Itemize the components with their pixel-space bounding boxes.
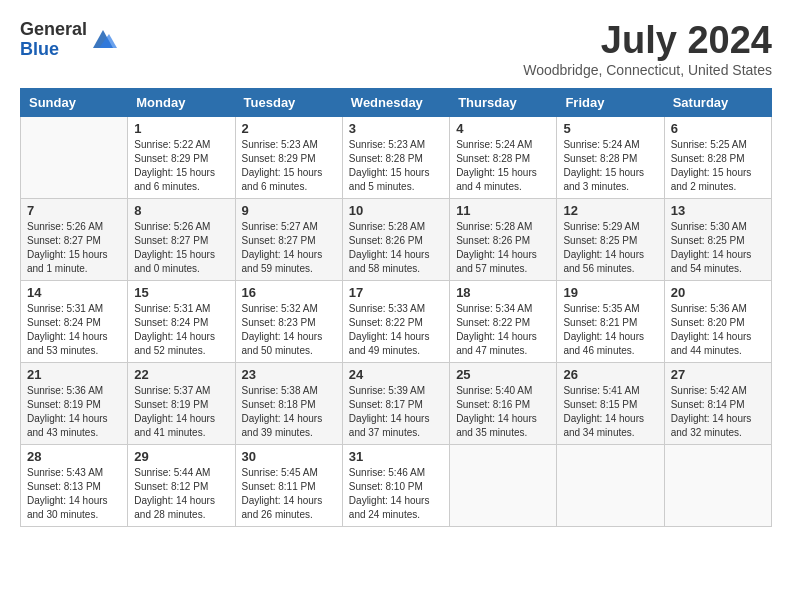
calendar-cell: 11Sunrise: 5:28 AM Sunset: 8:26 PM Dayli… (450, 198, 557, 280)
day-number: 12 (563, 203, 657, 218)
day-info: Sunrise: 5:23 AM Sunset: 8:28 PM Dayligh… (349, 138, 443, 194)
day-info: Sunrise: 5:27 AM Sunset: 8:27 PM Dayligh… (242, 220, 336, 276)
calendar-cell: 24Sunrise: 5:39 AM Sunset: 8:17 PM Dayli… (342, 362, 449, 444)
calendar-cell: 25Sunrise: 5:40 AM Sunset: 8:16 PM Dayli… (450, 362, 557, 444)
day-number: 5 (563, 121, 657, 136)
calendar-cell: 13Sunrise: 5:30 AM Sunset: 8:25 PM Dayli… (664, 198, 771, 280)
day-number: 2 (242, 121, 336, 136)
title-block: July 2024 Woodbridge, Connecticut, Unite… (523, 20, 772, 78)
day-info: Sunrise: 5:43 AM Sunset: 8:13 PM Dayligh… (27, 466, 121, 522)
week-row: 1Sunrise: 5:22 AM Sunset: 8:29 PM Daylig… (21, 116, 772, 198)
logo-blue-text: Blue (20, 40, 87, 60)
calendar-cell: 14Sunrise: 5:31 AM Sunset: 8:24 PM Dayli… (21, 280, 128, 362)
day-number: 31 (349, 449, 443, 464)
day-number: 14 (27, 285, 121, 300)
day-number: 6 (671, 121, 765, 136)
day-number: 9 (242, 203, 336, 218)
day-info: Sunrise: 5:31 AM Sunset: 8:24 PM Dayligh… (134, 302, 228, 358)
day-info: Sunrise: 5:36 AM Sunset: 8:20 PM Dayligh… (671, 302, 765, 358)
day-info: Sunrise: 5:25 AM Sunset: 8:28 PM Dayligh… (671, 138, 765, 194)
day-number: 7 (27, 203, 121, 218)
day-number: 26 (563, 367, 657, 382)
calendar-cell: 9Sunrise: 5:27 AM Sunset: 8:27 PM Daylig… (235, 198, 342, 280)
day-info: Sunrise: 5:24 AM Sunset: 8:28 PM Dayligh… (563, 138, 657, 194)
header-day-thursday: Thursday (450, 88, 557, 116)
week-row: 7Sunrise: 5:26 AM Sunset: 8:27 PM Daylig… (21, 198, 772, 280)
day-number: 1 (134, 121, 228, 136)
calendar-cell: 12Sunrise: 5:29 AM Sunset: 8:25 PM Dayli… (557, 198, 664, 280)
day-info: Sunrise: 5:22 AM Sunset: 8:29 PM Dayligh… (134, 138, 228, 194)
day-info: Sunrise: 5:28 AM Sunset: 8:26 PM Dayligh… (349, 220, 443, 276)
calendar-body: 1Sunrise: 5:22 AM Sunset: 8:29 PM Daylig… (21, 116, 772, 526)
day-number: 16 (242, 285, 336, 300)
logo-icon (89, 26, 117, 54)
page-header: General Blue July 2024 Woodbridge, Conne… (20, 20, 772, 78)
day-number: 3 (349, 121, 443, 136)
week-row: 14Sunrise: 5:31 AM Sunset: 8:24 PM Dayli… (21, 280, 772, 362)
day-info: Sunrise: 5:26 AM Sunset: 8:27 PM Dayligh… (134, 220, 228, 276)
calendar-cell: 29Sunrise: 5:44 AM Sunset: 8:12 PM Dayli… (128, 444, 235, 526)
calendar-cell: 31Sunrise: 5:46 AM Sunset: 8:10 PM Dayli… (342, 444, 449, 526)
day-number: 10 (349, 203, 443, 218)
calendar-cell: 5Sunrise: 5:24 AM Sunset: 8:28 PM Daylig… (557, 116, 664, 198)
location: Woodbridge, Connecticut, United States (523, 62, 772, 78)
calendar-cell: 23Sunrise: 5:38 AM Sunset: 8:18 PM Dayli… (235, 362, 342, 444)
header-day-monday: Monday (128, 88, 235, 116)
week-row: 21Sunrise: 5:36 AM Sunset: 8:19 PM Dayli… (21, 362, 772, 444)
calendar-cell: 20Sunrise: 5:36 AM Sunset: 8:20 PM Dayli… (664, 280, 771, 362)
day-info: Sunrise: 5:32 AM Sunset: 8:23 PM Dayligh… (242, 302, 336, 358)
day-info: Sunrise: 5:38 AM Sunset: 8:18 PM Dayligh… (242, 384, 336, 440)
calendar-cell: 10Sunrise: 5:28 AM Sunset: 8:26 PM Dayli… (342, 198, 449, 280)
header-day-sunday: Sunday (21, 88, 128, 116)
calendar-cell: 17Sunrise: 5:33 AM Sunset: 8:22 PM Dayli… (342, 280, 449, 362)
day-info: Sunrise: 5:44 AM Sunset: 8:12 PM Dayligh… (134, 466, 228, 522)
day-number: 30 (242, 449, 336, 464)
day-info: Sunrise: 5:31 AM Sunset: 8:24 PM Dayligh… (27, 302, 121, 358)
day-number: 29 (134, 449, 228, 464)
day-info: Sunrise: 5:23 AM Sunset: 8:29 PM Dayligh… (242, 138, 336, 194)
day-number: 21 (27, 367, 121, 382)
day-info: Sunrise: 5:33 AM Sunset: 8:22 PM Dayligh… (349, 302, 443, 358)
day-info: Sunrise: 5:36 AM Sunset: 8:19 PM Dayligh… (27, 384, 121, 440)
day-number: 24 (349, 367, 443, 382)
day-number: 22 (134, 367, 228, 382)
day-info: Sunrise: 5:28 AM Sunset: 8:26 PM Dayligh… (456, 220, 550, 276)
calendar-cell (21, 116, 128, 198)
day-info: Sunrise: 5:46 AM Sunset: 8:10 PM Dayligh… (349, 466, 443, 522)
header-row: SundayMondayTuesdayWednesdayThursdayFrid… (21, 88, 772, 116)
day-info: Sunrise: 5:26 AM Sunset: 8:27 PM Dayligh… (27, 220, 121, 276)
month-title: July 2024 (523, 20, 772, 62)
day-number: 23 (242, 367, 336, 382)
header-day-wednesday: Wednesday (342, 88, 449, 116)
calendar-cell: 8Sunrise: 5:26 AM Sunset: 8:27 PM Daylig… (128, 198, 235, 280)
calendar-cell: 16Sunrise: 5:32 AM Sunset: 8:23 PM Dayli… (235, 280, 342, 362)
day-number: 28 (27, 449, 121, 464)
day-number: 4 (456, 121, 550, 136)
day-info: Sunrise: 5:37 AM Sunset: 8:19 PM Dayligh… (134, 384, 228, 440)
calendar-header: SundayMondayTuesdayWednesdayThursdayFrid… (21, 88, 772, 116)
calendar-cell: 22Sunrise: 5:37 AM Sunset: 8:19 PM Dayli… (128, 362, 235, 444)
day-info: Sunrise: 5:24 AM Sunset: 8:28 PM Dayligh… (456, 138, 550, 194)
logo: General Blue (20, 20, 117, 60)
header-day-saturday: Saturday (664, 88, 771, 116)
day-number: 19 (563, 285, 657, 300)
calendar-cell: 27Sunrise: 5:42 AM Sunset: 8:14 PM Dayli… (664, 362, 771, 444)
calendar-cell: 6Sunrise: 5:25 AM Sunset: 8:28 PM Daylig… (664, 116, 771, 198)
calendar-cell: 21Sunrise: 5:36 AM Sunset: 8:19 PM Dayli… (21, 362, 128, 444)
day-number: 18 (456, 285, 550, 300)
day-info: Sunrise: 5:30 AM Sunset: 8:25 PM Dayligh… (671, 220, 765, 276)
day-number: 13 (671, 203, 765, 218)
day-number: 11 (456, 203, 550, 218)
calendar-cell (664, 444, 771, 526)
header-day-friday: Friday (557, 88, 664, 116)
calendar-cell: 18Sunrise: 5:34 AM Sunset: 8:22 PM Dayli… (450, 280, 557, 362)
calendar-cell: 26Sunrise: 5:41 AM Sunset: 8:15 PM Dayli… (557, 362, 664, 444)
day-info: Sunrise: 5:29 AM Sunset: 8:25 PM Dayligh… (563, 220, 657, 276)
day-info: Sunrise: 5:40 AM Sunset: 8:16 PM Dayligh… (456, 384, 550, 440)
day-info: Sunrise: 5:41 AM Sunset: 8:15 PM Dayligh… (563, 384, 657, 440)
day-info: Sunrise: 5:42 AM Sunset: 8:14 PM Dayligh… (671, 384, 765, 440)
calendar-cell: 30Sunrise: 5:45 AM Sunset: 8:11 PM Dayli… (235, 444, 342, 526)
day-info: Sunrise: 5:34 AM Sunset: 8:22 PM Dayligh… (456, 302, 550, 358)
day-info: Sunrise: 5:39 AM Sunset: 8:17 PM Dayligh… (349, 384, 443, 440)
day-info: Sunrise: 5:45 AM Sunset: 8:11 PM Dayligh… (242, 466, 336, 522)
